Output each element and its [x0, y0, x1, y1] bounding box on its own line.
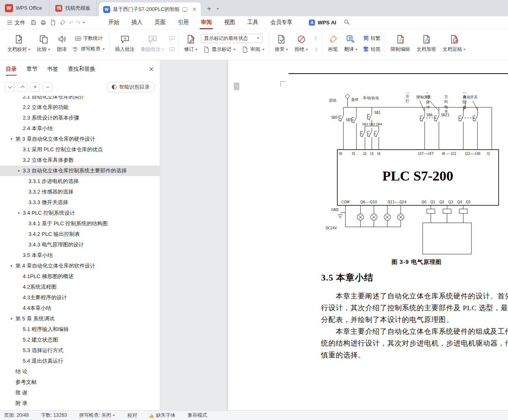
toc-item[interactable]: 结 论: [0, 366, 160, 377]
save-button[interactable]: [28, 18, 38, 28]
toc-item[interactable]: 3.3.3 微开关选择: [0, 197, 160, 208]
show-markup-button[interactable]: 显示标记: [201, 45, 238, 54]
toc-item[interactable]: ▼3.3 自动化立体仓库控制系统主要部件的选择: [0, 165, 160, 176]
toc-item[interactable]: ▼3.4 PLC 控制系统设计: [0, 208, 160, 218]
toc-item[interactable]: 3.1 采用 PLC 控制立体仓库的优点: [0, 144, 160, 155]
paragraph-line[interactable]: 本章主要介绍了自动化立体仓库系统硬件的组成及工作原理。首先: [321, 326, 508, 337]
nav-tab-chapters[interactable]: 章节: [26, 60, 37, 78]
compare-button[interactable]: 比较: [34, 33, 54, 54]
paragraph-line[interactable]: 统的结构进行设计，其次对步进电机，步进电机驱动器，传感器，微动: [321, 337, 508, 349]
toc-item[interactable]: 2.1 自动化立体仓库的简介: [0, 96, 160, 102]
document-canvas[interactable]: 启动 急停 手动/自动 限制开关 微动开关 SB0 SB5 SB1 SB2 SB…: [160, 60, 508, 410]
to-simplified-button[interactable]: 繁转简: [361, 45, 383, 54]
toc-item[interactable]: ▼第 4 章自动化立体仓库的软件设计: [0, 261, 160, 271]
markup-state-select[interactable]: 显示标记的最终状态: [201, 34, 263, 43]
spell-check-button[interactable]: ABC 拼写检查: [70, 45, 107, 53]
print-preview-button[interactable]: [48, 18, 58, 28]
close-pane-icon[interactable]: ✕: [149, 65, 154, 73]
expand-arrow-icon[interactable]: ▼: [17, 211, 23, 215]
expand-arrow-icon[interactable]: ▼: [10, 264, 15, 268]
format-painter-button[interactable]: [58, 18, 67, 28]
expand-arrow-icon[interactable]: ▼: [10, 317, 15, 321]
restrict-editing-button[interactable]: 限制编辑: [387, 33, 413, 54]
read-aloud-button[interactable]: 朗读: [54, 33, 70, 54]
toc-item[interactable]: 3.5 本章小结: [0, 250, 160, 261]
reject-change-button[interactable]: 拒绝: [291, 33, 311, 54]
tab-review[interactable]: 审阅: [195, 16, 218, 29]
page-edge-grip[interactable]: [234, 83, 239, 90]
word-count-indicator[interactable]: 字数: 13263: [41, 412, 67, 419]
tab-home[interactable]: 开始: [102, 16, 125, 29]
new-tab-button[interactable]: ＋: [201, 4, 217, 16]
toc-item[interactable]: 5.2 建立状态图: [0, 335, 160, 345]
toc-item[interactable]: 3.3.1 步进电机的选择: [0, 176, 160, 187]
section-heading[interactable]: 3.5 本章小结: [321, 272, 373, 284]
tab-member[interactable]: 会员专享: [264, 16, 298, 29]
smart-toc-button[interactable]: 智能识别目录: [106, 82, 155, 92]
toc-item[interactable]: 5.1 程序输入和编辑: [0, 324, 160, 335]
insert-comment-button[interactable]: 插入批注: [112, 33, 138, 54]
missing-font-warning[interactable]: 缺失字体: [149, 412, 175, 419]
toc-item[interactable]: 4.1PLC 梯形图的概述: [0, 271, 160, 282]
word-count-button[interactable]: 123 字数统计: [70, 34, 107, 43]
toc-item[interactable]: ▼第 5 章 系统调试: [0, 313, 160, 324]
document-page[interactable]: 启动 急停 手动/自动 限制开关 微动开关 SB0 SB5 SB1 SB2 SB…: [228, 60, 508, 410]
page-indicator[interactable]: 页面: 20/48: [4, 412, 29, 419]
toc-item[interactable]: 4.3主要程序的设计: [0, 292, 160, 303]
wps-office-menu[interactable]: W WPS Office: [0, 0, 50, 16]
toc-item[interactable]: 4.4本章小结: [0, 303, 160, 313]
toc-item[interactable]: 2.2 立体仓库的功能: [0, 102, 160, 113]
tab-list-dropdown-icon[interactable]: [217, 6, 222, 16]
next-change-button[interactable]: [311, 45, 320, 54]
next-comment-button[interactable]: [167, 45, 176, 54]
tab-view[interactable]: 视图: [218, 16, 241, 29]
tab-insert[interactable]: 插入: [125, 16, 148, 29]
previous-change-button[interactable]: [311, 34, 320, 43]
toc-item[interactable]: 4.2系统流程图: [0, 282, 160, 292]
delete-comment-button[interactable]: 删除批注: [138, 33, 167, 54]
tab-page[interactable]: 页面: [148, 16, 172, 29]
doc-proof-button[interactable]: 文档校对: [4, 33, 34, 54]
collapse-all-button[interactable]: [5, 82, 15, 92]
quickbar-dropdown-icon[interactable]: [82, 22, 85, 25]
toc-item[interactable]: 5.3 选择运行方式: [0, 345, 160, 356]
accept-change-button[interactable]: 接受: [271, 33, 291, 54]
to-traditional-button[interactable]: 简转繁: [361, 34, 383, 43]
close-tab-icon[interactable]: ✕: [192, 7, 197, 12]
reviewers-button[interactable]: 审阅: [239, 45, 267, 54]
circuit-diagram-figure[interactable]: 启动 急停 手动/自动 限制开关 微动开关 SB0 SB5 SB1 SB2 SB…: [323, 93, 508, 257]
file-menu-button[interactable]: 文件: [4, 19, 28, 26]
toc-item[interactable]: 3.4.2 PLC 输出控制表: [0, 229, 160, 239]
finalize-document-button[interactable]: 文档定稿: [439, 33, 469, 54]
search-icon[interactable]: [343, 19, 350, 26]
redo-button[interactable]: ↷: [75, 20, 82, 26]
expand-all-button[interactable]: [17, 82, 27, 92]
previous-comment-button[interactable]: [167, 34, 176, 43]
doc-chat-icon[interactable]: [182, 7, 187, 12]
toc-item[interactable]: 2.3 系统设计的基本步骤: [0, 113, 160, 123]
proofread-indicator[interactable]: 校对: [127, 412, 137, 419]
toc-item[interactable]: 3.4.1 基于 PLC 控制系统的结构图: [0, 218, 160, 229]
toc-item[interactable]: ▼第 3 章自动化立体仓库的硬件设计: [0, 134, 160, 144]
toc-item[interactable]: 3.3.2 传感器的选择: [0, 187, 160, 197]
ink-brush-button[interactable]: 画笔: [325, 33, 341, 54]
toc-item[interactable]: 附 录: [0, 398, 160, 409]
figure-caption[interactable]: 图 3-9 电气原理图: [323, 259, 508, 266]
toc-item[interactable]: 2.4 本章小结: [0, 123, 160, 134]
print-button[interactable]: [38, 18, 48, 28]
translate-button[interactable]: 文A 翻译: [341, 33, 361, 54]
body-text[interactable]: 本章主要阐述了自动化立体仓库系统硬件的设计。首先对控制系行设计，其次介绍了控制系…: [321, 290, 508, 361]
paragraph-line[interactable]: 分配表，并绘制了本设计的电气原理图。: [321, 314, 508, 326]
undo-button[interactable]: ↶: [67, 20, 75, 26]
track-changes-button[interactable]: 修订: [181, 33, 201, 54]
toc-item[interactable]: 3.4.3 电气原理图的设计: [0, 239, 160, 250]
nav-tab-find-replace[interactable]: 查找和替换: [68, 60, 96, 78]
tab-template-store[interactable]: 找 找稿壳模板: [50, 0, 97, 16]
toc-item[interactable]: 3.2 立体仓库具体参数: [0, 155, 160, 165]
wps-ai-button[interactable]: A WPS AI: [309, 20, 336, 26]
expand-arrow-icon[interactable]: ▼: [17, 169, 23, 173]
nav-tab-bookmarks[interactable]: 书签: [47, 60, 58, 78]
paragraph-line[interactable]: 慎重的选择。: [321, 349, 508, 361]
paragraph-line[interactable]: 行设计，其次介绍了控制系统的主要部件及 PLC 选型，最后列出了 PLC: [321, 302, 508, 314]
tab-document-active[interactable]: W 基于西门子S7-200PLC的智能 ✕: [99, 2, 201, 16]
